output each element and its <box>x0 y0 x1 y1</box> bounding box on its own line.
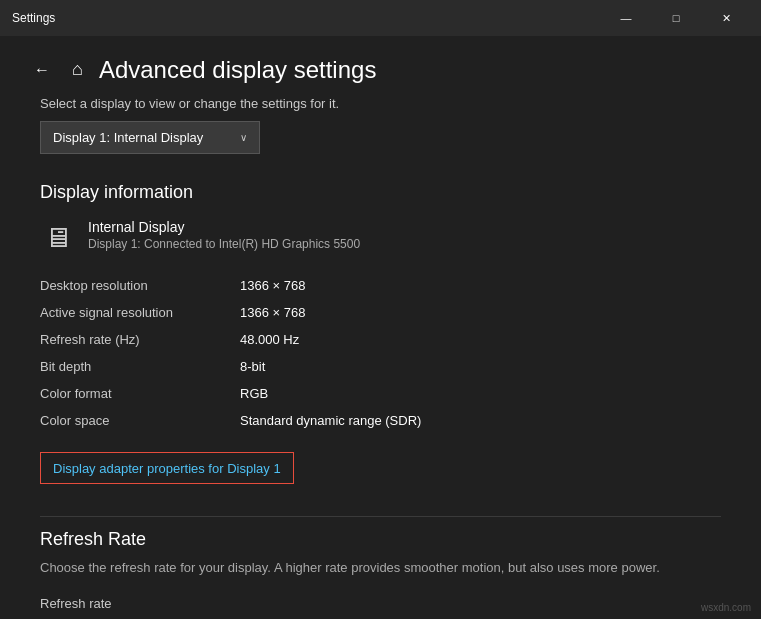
row-label: Active signal resolution <box>40 299 240 326</box>
table-row: Active signal resolution1366 × 768 <box>40 299 721 326</box>
table-row: Color formatRGB <box>40 380 721 407</box>
row-label: Refresh rate (Hz) <box>40 326 240 353</box>
minimize-button[interactable]: — <box>603 3 649 33</box>
title-bar-title: Settings <box>12 11 55 25</box>
page-header: ← ⌂ Advanced display settings <box>0 36 761 96</box>
table-row: Bit depth8-bit <box>40 353 721 380</box>
content-area: ← ⌂ Advanced display settings Select a d… <box>0 36 761 619</box>
row-value: RGB <box>240 380 721 407</box>
table-row: Refresh rate (Hz)48.000 Hz <box>40 326 721 353</box>
display-info-header: 🖥 Internal Display Display 1: Connected … <box>40 219 721 254</box>
refresh-rate-section-title: Refresh Rate <box>40 529 721 550</box>
row-value: Standard dynamic range (SDR) <box>240 407 721 434</box>
monitor-icon: 🖥 <box>44 221 72 254</box>
chevron-down-icon: ∨ <box>240 132 247 143</box>
refresh-rate-label: Refresh rate <box>40 596 112 611</box>
close-button[interactable]: ✕ <box>703 3 749 33</box>
row-label: Bit depth <box>40 353 240 380</box>
row-label: Desktop resolution <box>40 272 240 299</box>
select-display-label: Select a display to view or change the s… <box>40 96 721 111</box>
back-button[interactable]: ← <box>28 56 56 84</box>
title-bar-left: Settings <box>12 11 55 25</box>
section-divider <box>40 516 721 517</box>
page-title: Advanced display settings <box>99 56 377 84</box>
main-content: Select a display to view or change the s… <box>0 96 761 619</box>
table-row: Color spaceStandard dynamic range (SDR) <box>40 407 721 434</box>
row-value: 1366 × 768 <box>240 272 721 299</box>
row-value: 48.000 Hz <box>240 326 721 353</box>
table-row: Desktop resolution1366 × 768 <box>40 272 721 299</box>
row-value: 8-bit <box>240 353 721 380</box>
refresh-rate-description: Choose the refresh rate for your display… <box>40 558 721 578</box>
home-icon: ⌂ <box>72 59 83 80</box>
display-name-block: Internal Display Display 1: Connected to… <box>88 219 360 251</box>
row-label: Color space <box>40 407 240 434</box>
display-dropdown[interactable]: Display 1: Internal Display ∨ <box>40 121 260 154</box>
title-bar-controls: — □ ✕ <box>603 3 749 33</box>
display-dropdown-wrapper: Display 1: Internal Display ∨ <box>40 121 721 154</box>
row-label: Color format <box>40 380 240 407</box>
row-value: 1366 × 768 <box>240 299 721 326</box>
watermark: wsxdn.com <box>701 602 751 613</box>
adapter-link-wrapper[interactable]: Display adapter properties for Display 1 <box>40 452 294 484</box>
display-info-section-title: Display information <box>40 182 721 203</box>
title-bar: Settings — □ ✕ <box>0 0 761 36</box>
dropdown-value: Display 1: Internal Display <box>53 130 203 145</box>
adapter-link[interactable]: Display adapter properties for Display 1 <box>53 461 281 476</box>
display-subtitle: Display 1: Connected to Intel(R) HD Grap… <box>88 237 360 251</box>
display-name: Internal Display <box>88 219 360 235</box>
settings-window: Settings — □ ✕ ← ⌂ Advanced display sett… <box>0 0 761 619</box>
display-info-table: Desktop resolution1366 × 768Active signa… <box>40 272 721 434</box>
maximize-button[interactable]: □ <box>653 3 699 33</box>
